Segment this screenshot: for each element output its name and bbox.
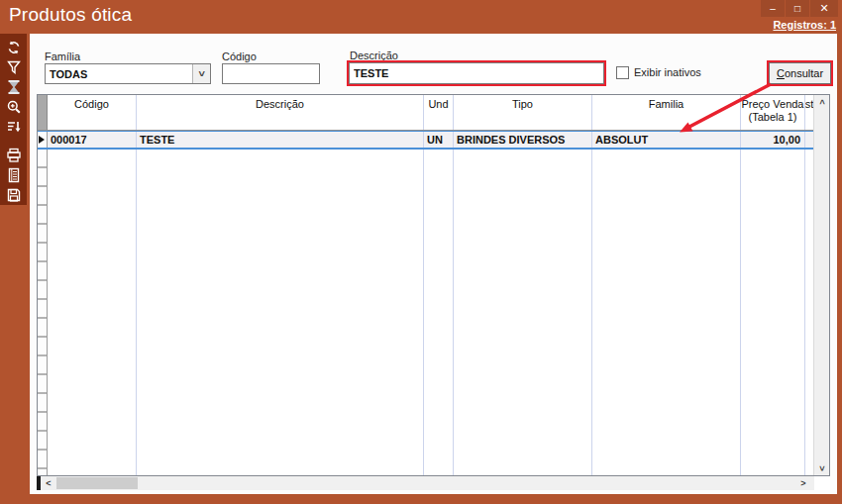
consultar-button[interactable]: Consultar [769,62,831,84]
minimize-icon: – [770,3,776,14]
minimize-button[interactable]: – [761,0,785,17]
refresh-icon [6,40,22,55]
table-row[interactable]: 000017 TESTE UN BRINDES DIVERSOS ABSOLUT… [38,131,813,150]
sort-icon [6,119,22,135]
codigo-label: Código [222,50,257,62]
col-header-descricao[interactable]: Descrição [137,95,424,130]
descricao-input[interactable] [349,62,604,84]
refresh-button[interactable] [3,38,25,57]
row-selector-header [38,95,48,130]
window-title: Produtos ótica [9,4,132,26]
scroll-left-button[interactable]: < [42,476,55,490]
grid-body: 000017 TESTE UN BRINDES DIVERSOS ABSOLUT… [38,131,813,475]
col-header-preco-venda[interactable]: Preço Venda (Tabela 1) [741,95,805,130]
side-toolbar [0,34,27,205]
grid-header-row: Código Descrição Und Tipo Familia Preço … [38,95,813,131]
cell-familia: ABSOLUT [592,132,741,148]
familia-combo-dropdown[interactable]: > [192,64,210,83]
horizontal-scrollbar[interactable]: < > [37,476,830,490]
col-header-familia[interactable]: Familia [592,95,741,130]
scrollbar-corner [814,476,830,490]
cell-partial [805,132,813,148]
print-button[interactable] [3,146,25,165]
col-header-partial: st [805,95,813,130]
close-icon: ✕ [819,2,828,15]
familia-label: Família [45,50,80,62]
familia-combo-value: TODAS [46,68,192,80]
maximize-button[interactable]: □ [786,0,809,17]
chevron-down-icon: > [196,71,207,77]
save-icon [6,187,22,203]
familia-combo[interactable]: TODAS > [45,63,211,84]
scroll-down-button[interactable]: < [814,461,829,475]
hourglass-button[interactable] [3,77,25,97]
scroll-up-icon: < [816,99,826,104]
filter-button[interactable] [3,57,25,77]
window-frame-right [837,34,842,494]
save-button[interactable] [3,185,25,205]
codigo-input[interactable] [222,63,320,84]
col-header-und[interactable]: Und [424,95,454,130]
scroll-right-button[interactable]: > [796,476,810,490]
products-grid: Código Descrição Und Tipo Familia Preço … [37,94,830,476]
row-selector-column [38,131,48,475]
window-frame-bottom [0,494,842,504]
current-row-cell [38,132,48,148]
exibir-inativos-checkbox[interactable] [616,66,629,79]
vertical-scrollbar[interactable]: < < [813,95,829,475]
report-icon [6,167,22,183]
current-row-marker-icon [39,136,45,144]
window-controls: – □ ✕ [760,0,838,17]
horizontal-scrollbar-thumb[interactable] [56,477,138,489]
zoom-button[interactable] [3,97,25,117]
filter-icon [6,59,22,75]
close-button[interactable]: ✕ [810,0,838,17]
scroll-down-icon: < [816,465,826,470]
cell-und: UN [424,132,454,148]
exibir-inativos-label: Exibir inativos [634,66,701,78]
report-button[interactable] [3,165,25,185]
consultar-highlight-box: Consultar [767,60,833,86]
col-header-tipo[interactable]: Tipo [454,95,592,130]
grid-split-handle[interactable] [37,476,41,490]
hourglass-icon [6,79,22,95]
app-window: Produtos ótica – □ ✕ Registros: 1 [0,0,842,504]
printer-icon [6,148,22,163]
zoom-plus-icon [6,99,22,115]
maximize-icon: □ [794,3,800,14]
cell-tipo: BRINDES DIVERSOS [454,132,592,148]
descricao-highlight-box [347,60,606,86]
registros-link[interactable]: Registros: 1 [773,19,836,31]
scroll-up-button[interactable]: < [814,95,829,109]
cell-codigo: 000017 [48,132,137,148]
cell-preco-venda: 10,00 [741,132,805,148]
titlebar: Produtos ótica – □ ✕ [0,0,842,34]
col-header-codigo[interactable]: Código [48,95,137,130]
sort-button[interactable] [3,117,25,137]
cell-descricao: TESTE [137,132,424,148]
